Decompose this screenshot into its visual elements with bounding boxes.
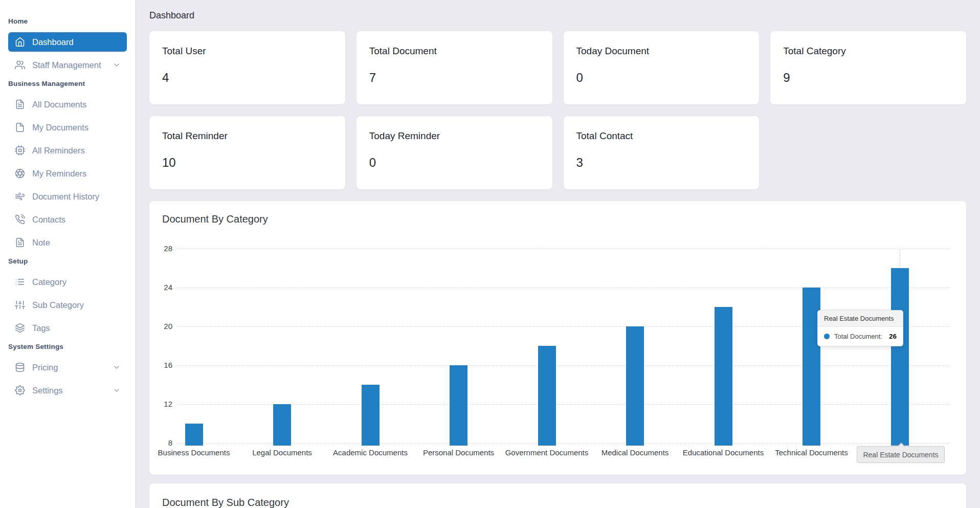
chevron-down-icon	[113, 386, 121, 394]
stat-card-total-document: Total Document 7	[357, 31, 552, 104]
sidebar-item-label: Sub Category	[32, 300, 84, 310]
y-axis-tick-label: 12	[149, 399, 172, 409]
stat-card-label: Today Reminder	[369, 130, 540, 142]
stat-card-row-1: Total User 4 Total Document 7 Today Docu…	[149, 31, 966, 104]
chart-tooltip-series-label: Total Document:	[834, 333, 882, 340]
sidebar: HomeDashboardStaff ManagementBusiness Ma…	[0, 0, 135, 508]
stat-card-label: Today Document	[576, 46, 747, 57]
users-icon	[15, 60, 25, 70]
wind-icon	[15, 191, 25, 202]
sidebar-item-label: All Reminders	[32, 146, 85, 156]
bar-legal-documents[interactable]	[273, 404, 291, 446]
x-axis-hover-label: Real Estate Documents	[857, 446, 945, 463]
stat-card-value: 10	[162, 156, 332, 170]
chart-tooltip-title: Real Estate Documents	[818, 311, 903, 327]
document-by-sub-category-card: Document By Sub Category	[149, 483, 966, 508]
database-icon	[15, 362, 25, 372]
x-axis-category-label: Technical Documents	[768, 448, 856, 457]
stat-card-value: 3	[576, 156, 747, 170]
stat-card-value: 7	[369, 71, 540, 85]
y-axis-tick-label: 8	[149, 438, 172, 448]
crosshair-line	[900, 250, 900, 269]
sidebar-item-my-documents[interactable]: My Documents	[8, 118, 127, 137]
sidebar-item-pricing[interactable]: Pricing	[8, 358, 127, 377]
document-by-category-card: Document By Category 81216202428Business…	[149, 201, 966, 475]
bar-real-estate-documents[interactable]	[891, 268, 909, 446]
stat-card-value: 0	[369, 156, 540, 170]
sidebar-item-label: All Documents	[32, 100, 86, 109]
sidebar-item-document-history[interactable]: Document History	[8, 187, 127, 206]
aperture-icon	[15, 168, 25, 179]
chevron-down-icon	[113, 61, 121, 69]
chart-tooltip-body: Total Document: 26	[818, 327, 903, 346]
x-axis-category-label: Government Documents	[503, 448, 591, 457]
sidebar-item-contacts[interactable]: Contacts	[8, 210, 127, 229]
home-icon	[15, 37, 25, 47]
sidebar-item-settings[interactable]: Settings	[8, 381, 127, 400]
sidebar-item-note[interactable]: Note	[8, 233, 127, 252]
gridline	[176, 365, 950, 366]
y-axis-tick-label: 28	[149, 244, 172, 254]
cpu-icon	[15, 145, 25, 156]
stat-card-value: 4	[162, 71, 332, 85]
sidebar-item-dashboard[interactable]: Dashboard	[8, 32, 127, 52]
page-title: Dashboard	[149, 10, 966, 21]
sidebar-nav: HomeDashboardStaff ManagementBusiness Ma…	[0, 17, 135, 400]
x-axis-category-label: Academic Documents	[326, 448, 414, 457]
bar-personal-documents[interactable]	[450, 365, 467, 446]
stat-card-value: 0	[576, 71, 747, 85]
sidebar-item-label: Settings	[32, 386, 63, 395]
y-axis-tick-label: 24	[149, 282, 172, 293]
chevron-down-icon	[113, 363, 121, 371]
stat-card-label: Total Document	[369, 46, 540, 57]
x-axis-hover-label-text: Real Estate Documents	[863, 451, 938, 459]
series-dot-icon	[824, 334, 830, 339]
bar-medical-documents[interactable]	[626, 326, 644, 446]
gridline	[176, 249, 950, 249]
sidebar-item-staff-management[interactable]: Staff Management	[8, 55, 127, 75]
bar-government-documents[interactable]	[538, 346, 556, 446]
layers-icon	[15, 323, 25, 333]
main-content: Dashboard Total User 4 Total Document 7 …	[135, 0, 980, 508]
bar-educational-documents[interactable]	[715, 307, 732, 446]
x-axis-category-label: Personal Documents	[415, 448, 503, 457]
sidebar-item-category[interactable]: Category	[8, 272, 127, 292]
sidebar-item-label: Dashboard	[32, 37, 74, 47]
stat-card-today-document: Today Document 0	[564, 31, 760, 104]
phone-call-icon	[15, 214, 25, 225]
sidebar-item-tags[interactable]: Tags	[8, 318, 127, 338]
sidebar-item-label: Tags	[32, 323, 50, 333]
sidebar-section-label: Home	[0, 17, 135, 25]
stat-card-total-user: Total User 4	[149, 31, 345, 104]
y-axis-tick-label: 20	[149, 321, 172, 332]
file-text-icon	[15, 237, 25, 248]
stat-card-label: Total Contact	[576, 130, 747, 142]
sidebar-item-label: Note	[32, 238, 50, 248]
sidebar-item-label: Document History	[32, 192, 99, 202]
sidebar-item-sub-category[interactable]: Sub Category	[8, 295, 127, 315]
bar-academic-documents[interactable]	[362, 385, 380, 446]
bar-business-documents[interactable]	[185, 424, 203, 446]
sidebar-item-all-documents[interactable]: All Documents	[8, 95, 127, 114]
x-axis-category-label: Medical Documents	[591, 448, 679, 457]
gridline	[176, 443, 950, 444]
stat-card-row-2: Total Reminder 10 Today Reminder 0 Total…	[149, 116, 966, 189]
stat-card-label: Total User	[162, 46, 332, 57]
gridline	[176, 404, 950, 405]
sidebar-section-label: Business Management	[0, 80, 135, 87]
sidebar-section-label: Setup	[0, 257, 135, 265]
chart-tooltip: Real Estate Documents Total Document: 26	[817, 310, 903, 346]
sidebar-item-label: Category	[32, 277, 66, 287]
sub-chart-title: Document By Sub Category	[162, 497, 953, 508]
stat-card-label: Total Reminder	[162, 130, 332, 142]
stat-card-total-reminder: Total Reminder 10	[149, 116, 345, 189]
gear-icon	[15, 385, 25, 395]
sidebar-item-label: Pricing	[32, 363, 58, 372]
sidebar-item-my-reminders[interactable]: My Reminders	[8, 164, 127, 183]
x-axis-category-label: Educational Documents	[679, 448, 767, 457]
sidebar-item-all-reminders[interactable]: All Reminders	[8, 141, 127, 160]
sidebar-item-label: My Documents	[32, 123, 88, 132]
y-axis-tick-label: 16	[149, 360, 172, 370]
x-axis-category-label: Business Documents	[150, 448, 238, 457]
list-icon	[15, 277, 25, 287]
